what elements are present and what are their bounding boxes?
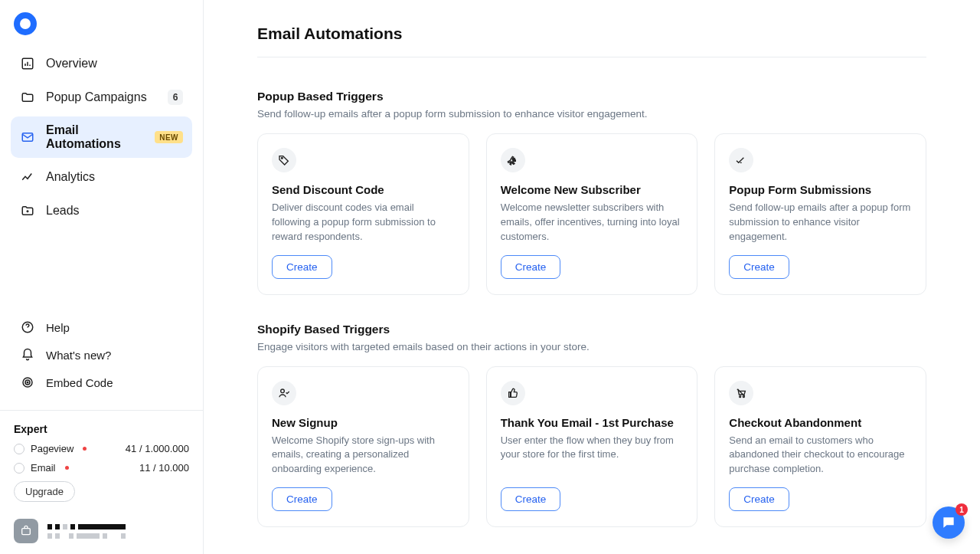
check-all-icon [729,148,753,172]
sidebar-item-whats-new[interactable]: What's new? [12,343,191,367]
logo-wrap [0,0,203,41]
card-send-discount-code: Send Discount Code Deliver discount code… [257,133,469,295]
plan-metric-label: Pageview [31,443,74,454]
plan-row-pageview: Pageview 41 / 1.000.000 [14,443,189,454]
sidebar-item-embed-code[interactable]: Embed Code [12,370,191,395]
new-badge: NEW [155,131,183,143]
section-popup-triggers: Popup Based Triggers Send follow-up emai… [257,90,926,295]
plan-box: Expert Pageview 41 / 1.000.000 Email 11 … [0,415,203,510]
sidebar: Overview Popup Campaigns 6 Email Automat… [0,0,204,554]
card-desc: Welcome Shopify store sign-ups with emai… [272,434,455,477]
svg-point-8 [281,389,285,393]
plan-metric-value: 41 / 1.000.000 [126,443,189,454]
cart-abandon-icon [729,381,753,405]
account-info-redacted [47,524,126,539]
target-icon [20,375,35,390]
sidebar-item-analytics[interactable]: Analytics [11,162,192,192]
card-title: Welcome New Subscriber [501,183,684,196]
cards-row: New Signup Welcome Shopify store sign-up… [257,366,926,528]
create-button[interactable]: Create [501,255,561,279]
card-thank-you-first-purchase: Thank You Email - 1st Purchase User ente… [486,366,698,528]
svg-point-9 [740,395,741,397]
svg-rect-6 [22,529,31,535]
sidebar-item-overview[interactable]: Overview [11,49,192,78]
campaigns-count-badge: 6 [168,90,183,105]
alert-dot-icon [83,447,87,451]
account-block[interactable] [0,510,203,554]
upgrade-button[interactable]: Upgrade [14,481,75,502]
sidebar-item-label: Embed Code [46,376,183,389]
card-welcome-new-subscriber: Welcome New Subscriber Welcome newslette… [486,133,698,295]
card-popup-form-submissions: Popup Form Submissions Send follow-up em… [714,133,926,295]
sidebar-item-label: What's new? [46,349,183,362]
plan-title: Expert [14,423,189,435]
leads-folder-icon [20,203,35,218]
secondary-nav: Help What's new? Embed Code [0,307,203,405]
create-button[interactable]: Create [501,487,561,511]
card-desc: Welcome newsletter subscribers with emai… [501,201,684,244]
section-shopify-triggers: Shopify Based Triggers Engage visitors w… [257,323,926,528]
section-desc: Send follow-up emails after a popup form… [257,108,926,120]
folder-icon [20,90,35,105]
sidebar-item-label: Help [46,321,183,334]
card-new-signup: New Signup Welcome Shopify store sign-up… [257,366,469,528]
sidebar-item-label: Overview [46,57,183,70]
cards-row: Send Discount Code Deliver discount code… [257,133,926,295]
section-title: Shopify Based Triggers [257,323,926,336]
chat-launcher[interactable]: 1 [933,506,965,539]
tag-icon [272,148,296,172]
section-desc: Engage visitors with targeted emails bas… [257,341,926,352]
card-title: Checkout Abandonment [729,416,912,429]
card-desc: Deliver discount codes via email followi… [272,201,455,244]
user-check-icon [272,381,296,405]
main-content: Email Automations Popup Based Triggers S… [204,0,980,554]
plan-metric-label: Email [31,462,56,474]
svg-point-7 [281,157,283,159]
sidebar-item-label: Leads [46,204,183,218]
avatar [14,519,38,543]
chat-unread-badge: 1 [956,503,968,516]
wave-icon [501,148,525,172]
bell-icon [20,347,35,362]
card-title: Thank You Email - 1st Purchase [501,416,684,429]
card-desc: Send follow-up emails after a popup form… [729,201,912,244]
divider [0,410,203,411]
primary-nav: Overview Popup Campaigns 6 Email Automat… [0,41,203,230]
sidebar-item-leads[interactable]: Leads [11,196,192,225]
chart-box-icon [20,56,35,71]
alert-dot-icon [65,466,69,470]
sidebar-item-label: Email Automations [46,123,144,151]
card-desc: User enter the flow when they buy from y… [501,434,684,477]
create-button[interactable]: Create [729,255,789,279]
analytics-icon [20,169,35,185]
radio-indicator [14,463,24,474]
mail-icon [20,129,35,145]
sidebar-item-email-automations[interactable]: Email Automations NEW [11,116,192,158]
plan-metric-value: 11 / 10.000 [139,462,189,474]
sidebar-item-popup-campaigns[interactable]: Popup Campaigns 6 [11,83,192,112]
thumbs-up-icon [501,381,525,405]
svg-point-5 [27,382,28,383]
sidebar-item-label: Analytics [46,170,183,184]
svg-point-10 [743,395,745,397]
create-button[interactable]: Create [272,487,332,511]
card-title: New Signup [272,416,455,429]
page-title: Email Automations [257,25,926,57]
radio-indicator [14,444,24,454]
card-checkout-abandonment: Checkout Abandonment Send an email to cu… [714,366,926,528]
sidebar-item-label: Popup Campaigns [46,90,157,104]
create-button[interactable]: Create [729,487,789,511]
create-button[interactable]: Create [272,255,332,279]
brand-logo[interactable] [14,12,37,35]
card-desc: Send an email to customers who abandoned… [729,434,912,477]
section-title: Popup Based Triggers [257,90,926,103]
card-title: Send Discount Code [272,183,455,196]
plan-row-email: Email 11 / 10.000 [14,462,189,474]
help-icon [20,320,35,335]
card-title: Popup Form Submissions [729,183,912,196]
sidebar-item-help[interactable]: Help [12,315,191,339]
